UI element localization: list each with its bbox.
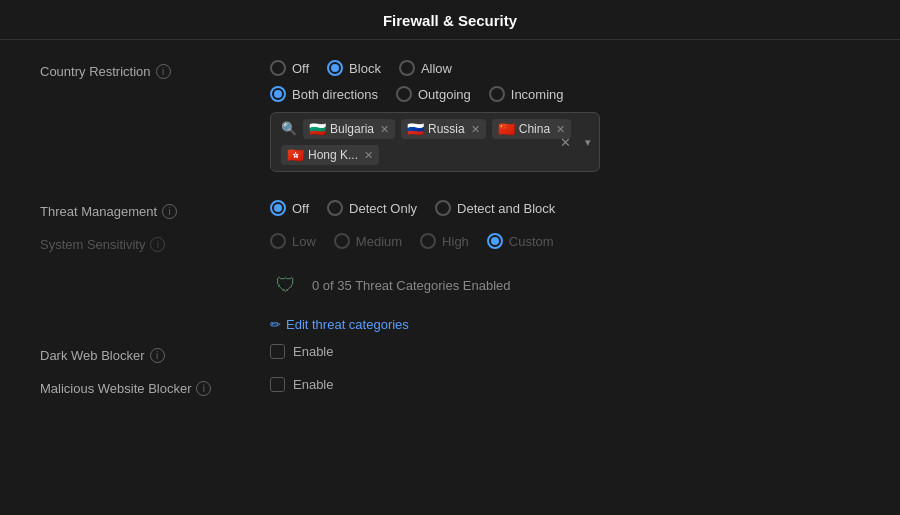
dark-web-blocker-row: Dark Web Blocker i Enable xyxy=(40,344,860,363)
threat-shield-icon: 🛡 xyxy=(270,269,302,301)
radio-block[interactable]: Block xyxy=(327,60,381,76)
radio-allow[interactable]: Allow xyxy=(399,60,452,76)
radio-both[interactable]: Both directions xyxy=(270,86,378,102)
radio-outgoing-label: Outgoing xyxy=(418,87,471,102)
radio-off[interactable]: Off xyxy=(270,60,309,76)
page-title-bar: Firewall & Security xyxy=(0,0,900,40)
country-traffic-direction-group: Both directions Outgoing Incoming xyxy=(270,86,860,102)
hongkong-name: Hong K... xyxy=(308,148,358,162)
bulgaria-name: Bulgaria xyxy=(330,122,374,136)
dark-web-blocker-label: Dark Web Blocker i xyxy=(40,344,270,363)
sensitivity-group: Low Medium High Custom xyxy=(270,233,860,249)
radio-medium-input[interactable] xyxy=(334,233,350,249)
page-title: Firewall & Security xyxy=(383,12,517,29)
radio-detect-block-label: Detect and Block xyxy=(457,201,555,216)
radio-outgoing-input[interactable] xyxy=(396,86,412,102)
country-restriction-label: Country Restriction i xyxy=(40,60,270,79)
page-wrapper: Firewall & Security Country Restriction … xyxy=(0,0,900,515)
radio-threat-off-input[interactable] xyxy=(270,200,286,216)
clear-all-button[interactable]: ✕ xyxy=(560,135,571,150)
malicious-website-checkbox-item: Enable xyxy=(270,377,860,392)
radio-incoming-input[interactable] xyxy=(489,86,505,102)
system-sensitivity-row: System Sensitivity i Low Medium High xyxy=(40,233,860,334)
china-name: China xyxy=(519,122,550,136)
threat-management-row: Threat Management i Off Detect Only Det xyxy=(40,200,860,219)
russia-name: Russia xyxy=(428,122,465,136)
dark-web-checkbox-item: Enable xyxy=(270,344,860,359)
threat-mode-group: Off Detect Only Detect and Block xyxy=(270,200,860,216)
country-tag-russia: 🇷🇺 Russia ✕ xyxy=(401,119,486,139)
threat-management-controls: Off Detect Only Detect and Block xyxy=(270,200,860,216)
dark-web-info-icon[interactable]: i xyxy=(150,348,165,363)
search-icon: 🔍 xyxy=(281,121,297,136)
radio-both-label: Both directions xyxy=(292,87,378,102)
malicious-website-blocker-label: Malicious Website Blocker i xyxy=(40,377,270,396)
radio-detect-only[interactable]: Detect Only xyxy=(327,200,417,216)
system-sensitivity-label: System Sensitivity i xyxy=(40,233,270,252)
malicious-website-controls: Enable xyxy=(270,377,860,392)
radio-detect-only-label: Detect Only xyxy=(349,201,417,216)
radio-low-label: Low xyxy=(292,234,316,249)
malicious-website-info-icon[interactable]: i xyxy=(196,381,211,396)
edit-pencil-icon: ✏ xyxy=(270,317,281,332)
hongkong-flag: 🇭🇰 xyxy=(287,147,304,163)
country-tag-hongkong: 🇭🇰 Hong K... ✕ xyxy=(281,145,379,165)
hongkong-remove[interactable]: ✕ xyxy=(364,149,373,162)
russia-remove[interactable]: ✕ xyxy=(471,123,480,136)
dropdown-arrow-icon[interactable]: ▾ xyxy=(585,136,591,149)
radio-allow-label: Allow xyxy=(421,61,452,76)
dark-web-checkbox-label: Enable xyxy=(293,344,333,359)
content-area: Country Restriction i Off Block xyxy=(0,40,900,515)
radio-both-input[interactable] xyxy=(270,86,286,102)
radio-custom-label: Custom xyxy=(509,234,554,249)
country-restriction-row: Country Restriction i Off Block xyxy=(40,60,860,172)
radio-off-label: Off xyxy=(292,61,309,76)
radio-low[interactable]: Low xyxy=(270,233,316,249)
radio-threat-off-label: Off xyxy=(292,201,309,216)
dark-web-controls: Enable xyxy=(270,344,860,359)
edit-threat-categories-link[interactable]: ✏ Edit threat categories xyxy=(270,315,860,334)
system-sensitivity-controls: Low Medium High Custom xyxy=(270,233,860,334)
edit-threat-label: Edit threat categories xyxy=(286,317,409,332)
radio-medium-label: Medium xyxy=(356,234,402,249)
radio-threat-off[interactable]: Off xyxy=(270,200,309,216)
radio-high[interactable]: High xyxy=(420,233,469,249)
radio-off-input[interactable] xyxy=(270,60,286,76)
sensitivity-info-icon[interactable]: i xyxy=(150,237,165,252)
malicious-website-blocker-row: Malicious Website Blocker i Enable xyxy=(40,377,860,396)
radio-custom-input[interactable] xyxy=(487,233,503,249)
country-tag-bulgaria: 🇧🇬 Bulgaria ✕ xyxy=(303,119,395,139)
radio-detect-block-input[interactable] xyxy=(435,200,451,216)
radio-detect-block[interactable]: Detect and Block xyxy=(435,200,555,216)
bulgaria-flag: 🇧🇬 xyxy=(309,121,326,137)
china-flag: 🇨🇳 xyxy=(498,121,515,137)
dark-web-checkbox[interactable] xyxy=(270,344,285,359)
country-restriction-controls: Off Block Allow Both directions xyxy=(270,60,860,172)
country-restriction-info-icon[interactable]: i xyxy=(156,64,171,79)
malicious-website-checkbox-label: Enable xyxy=(293,377,333,392)
radio-block-label: Block xyxy=(349,61,381,76)
bulgaria-remove[interactable]: ✕ xyxy=(380,123,389,136)
radio-custom[interactable]: Custom xyxy=(487,233,554,249)
radio-detect-only-input[interactable] xyxy=(327,200,343,216)
malicious-website-checkbox[interactable] xyxy=(270,377,285,392)
threat-management-label: Threat Management i xyxy=(40,200,270,219)
country-restriction-direction-group: Off Block Allow xyxy=(270,60,860,76)
threat-categories-box: 🛡 0 of 35 Threat Categories Enabled xyxy=(270,259,860,305)
radio-incoming-label: Incoming xyxy=(511,87,564,102)
radio-outgoing[interactable]: Outgoing xyxy=(396,86,471,102)
radio-allow-input[interactable] xyxy=(399,60,415,76)
radio-low-input[interactable] xyxy=(270,233,286,249)
threat-count-text: 0 of 35 Threat Categories Enabled xyxy=(312,278,511,293)
radio-block-input[interactable] xyxy=(327,60,343,76)
threat-management-info-icon[interactable]: i xyxy=(162,204,177,219)
country-search-box[interactable]: 🔍 🇧🇬 Bulgaria ✕ 🇷🇺 Russia ✕ 🇨🇳 xyxy=(270,112,600,172)
radio-incoming[interactable]: Incoming xyxy=(489,86,564,102)
russia-flag: 🇷🇺 xyxy=(407,121,424,137)
radio-high-label: High xyxy=(442,234,469,249)
radio-high-input[interactable] xyxy=(420,233,436,249)
radio-medium[interactable]: Medium xyxy=(334,233,402,249)
